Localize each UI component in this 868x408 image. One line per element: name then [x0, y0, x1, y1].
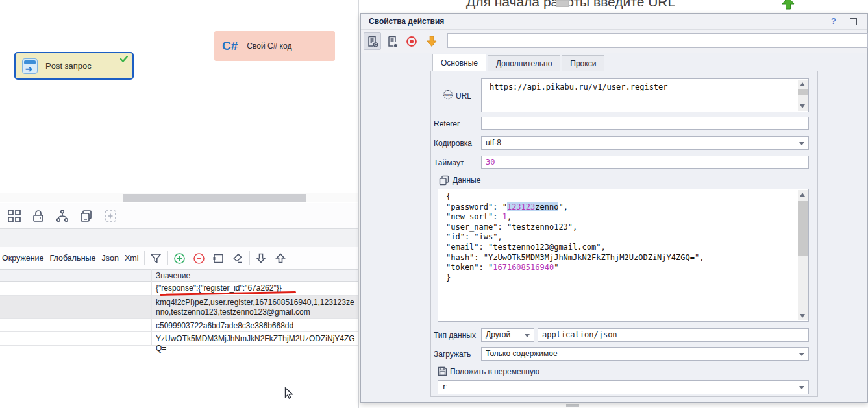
scrollbar-fragment[interactable] — [566, 404, 579, 407]
table-header: Значение — [0, 269, 359, 282]
action-comment-input[interactable] — [447, 33, 868, 48]
value-column-header: Значение — [156, 271, 190, 280]
edit-action-icon[interactable] — [384, 32, 401, 50]
store-variable-label: Положить в переменную — [450, 367, 539, 376]
flowchart-hscroll-thumb[interactable] — [123, 194, 306, 202]
panel-icon[interactable] — [210, 250, 227, 266]
http-request-icon: ➔ — [22, 58, 38, 74]
url-label: URL — [456, 91, 471, 101]
chevron-down-icon — [799, 386, 804, 389]
dialog-toolbar — [361, 30, 867, 53]
content-type-input[interactable]: application/json — [538, 328, 809, 342]
grid-view-icon[interactable] — [5, 207, 24, 225]
copy-cards-icon[interactable] — [77, 207, 96, 225]
tab-main[interactable]: Основные — [432, 54, 486, 71]
timeout-label: Таймаут — [434, 158, 464, 167]
tab-advanced[interactable]: Дополнительно — [488, 55, 560, 71]
row-value: c5099903722a6bd7ade8c3e386b668dd — [156, 321, 357, 331]
separator — [167, 251, 168, 265]
code-line: } — [446, 273, 808, 283]
store-variable-select[interactable]: r — [438, 380, 809, 394]
separator — [144, 251, 145, 265]
encoding-value: utf-8 — [486, 138, 501, 147]
tab-json[interactable]: Json — [101, 254, 118, 263]
flow-block-csharp-code[interactable]: C# Свой C# код — [214, 31, 335, 61]
action-properties-dialog: Свойства действия ? Основные Дополнитель… — [360, 13, 868, 403]
filter-icon[interactable] — [147, 250, 164, 266]
dialog-title: Свойства действия — [369, 17, 444, 26]
eraser-icon[interactable] — [229, 250, 246, 266]
data-scrollbar[interactable] — [798, 190, 808, 320]
hint-arrow-up-icon — [781, 0, 795, 10]
tab-xml[interactable]: Xml — [125, 254, 139, 263]
action-settings-icon[interactable] — [364, 32, 381, 50]
maximize-button[interactable] — [850, 18, 857, 25]
tree-structure-icon[interactable] — [53, 207, 72, 225]
data-label: Данные — [453, 176, 480, 185]
data-textarea[interactable]: { "password": "123123zenno", "new_sort":… — [438, 189, 809, 322]
remove-variable-icon[interactable] — [190, 250, 207, 266]
workspace-toolbar — [0, 203, 359, 228]
timeout-input[interactable]: 30 — [481, 156, 809, 169]
download-arrow-icon[interactable] — [423, 32, 440, 50]
code-line: "user_name": "testzenno123", — [446, 222, 808, 233]
browser-hint-text: Для начала работы введите URL — [466, 0, 675, 10]
code-line: "id": "iws", — [446, 232, 808, 243]
row-value: kmq4!2cPl)peZ,user.register,167160851694… — [156, 298, 357, 317]
flow-block-post-request[interactable]: ➔ Post запрос — [14, 52, 134, 80]
background-scrollbar-thumb[interactable] — [556, 0, 569, 7]
code-line: "password": "123123zenno", — [446, 202, 808, 213]
variables-panel-toolbar: Окружение Глобальные Json Xml — [0, 247, 359, 269]
mouse-cursor — [284, 387, 295, 400]
add-region-icon[interactable] — [101, 207, 120, 225]
column-divider — [151, 269, 152, 346]
data-type-select[interactable]: Другой — [481, 328, 534, 342]
url-value: https://api.pikabu.ru/v1/user.register — [482, 79, 808, 91]
url-scrollbar[interactable] — [798, 80, 808, 111]
panel-header-strip — [0, 228, 359, 247]
referer-input[interactable] — [481, 117, 809, 130]
load-label: Загружать — [434, 350, 471, 359]
code-line: "email": "testzenno123@gmail.com", — [446, 243, 808, 253]
table-row[interactable]: c5099903722a6bd7ade8c3e386b668dd — [0, 319, 359, 332]
referer-label: Referer — [434, 119, 460, 128]
help-button[interactable]: ? — [831, 16, 836, 26]
tab-environment[interactable]: Окружение — [2, 254, 44, 263]
data-json-code: { "password": "123123zenno", "new_sort":… — [438, 189, 808, 283]
chevron-down-icon — [799, 142, 804, 145]
code-line: "token": "1671608516940" — [446, 263, 808, 273]
panel-divider — [358, 0, 359, 408]
move-up-icon[interactable] — [272, 250, 289, 266]
dialog-tabs: Основные Дополнительно Прокси — [432, 54, 606, 71]
table-row[interactable]: YzUwOTk5MDM3MjJhNmJkN2FkZThjM2UzODZiNjY4… — [0, 332, 359, 346]
window-edge-strip — [361, 403, 868, 408]
encoding-select[interactable]: utf-8 — [481, 136, 809, 150]
code-line: "new_sort": 1, — [446, 212, 808, 222]
store-variable-value: r — [442, 382, 447, 391]
load-select[interactable]: Только содержимое — [481, 347, 809, 361]
app-screen: Для начала работы введите URL ➔ Post зап… — [0, 0, 868, 408]
tab-globals[interactable]: Глобальные — [50, 254, 96, 263]
table-row[interactable]: kmq4!2cPl)peZ,user.register,167160851694… — [0, 296, 359, 319]
add-variable-icon[interactable] — [171, 250, 188, 266]
record-icon[interactable] — [403, 32, 420, 50]
url-globe-icon: www — [443, 90, 453, 100]
csharp-logo: C# — [222, 39, 238, 53]
tab-proxy[interactable]: Прокси — [562, 55, 604, 71]
data-type-label: Тип данных — [434, 331, 476, 340]
svg-text:www: www — [443, 93, 452, 97]
save-to-variable-icon — [438, 366, 447, 376]
lock-icon[interactable] — [29, 207, 48, 225]
move-down-icon[interactable] — [253, 250, 269, 266]
data-pages-icon — [439, 175, 449, 186]
row-value: YzUwOTk5MDM3MjJhNmJkN2FkZThjM2UzODZiNjY4… — [156, 334, 357, 354]
encoding-label: Кодировка — [434, 139, 472, 148]
separator — [249, 251, 250, 265]
success-check-icon — [120, 56, 128, 62]
code-line: { — [446, 192, 808, 202]
code-line: "hash": "YzUwOTk5MDM3MjJhNmJkN2FkZThjM2U… — [446, 253, 808, 263]
url-textarea[interactable]: https://api.pikabu.ru/v1/user.register — [481, 78, 809, 112]
chevron-down-icon — [799, 353, 804, 356]
dialog-titlebar[interactable]: Свойства действия ? — [361, 14, 867, 30]
load-value: Только содержимое — [486, 349, 558, 358]
